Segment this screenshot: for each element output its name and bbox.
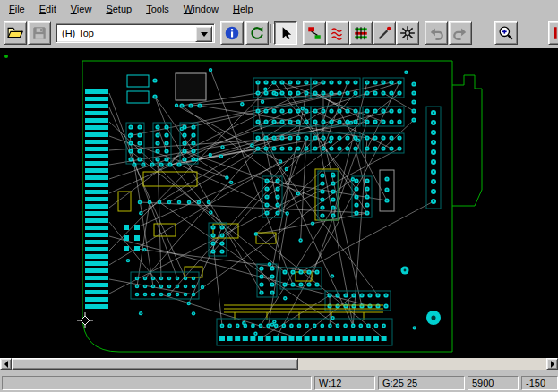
zoom-in-button[interactable] bbox=[494, 21, 518, 45]
chevron-down-icon bbox=[201, 32, 208, 37]
origin-star-button[interactable] bbox=[396, 21, 419, 45]
net-tool-button[interactable] bbox=[303, 21, 326, 45]
status-message-panel bbox=[2, 376, 312, 390]
menu-window[interactable]: Window bbox=[176, 2, 226, 17]
layer-select-dropdown-button[interactable] bbox=[195, 26, 212, 42]
probe-icon bbox=[376, 25, 392, 41]
starburst-icon bbox=[399, 25, 416, 41]
horizontal-scrollbar[interactable] bbox=[0, 358, 558, 370]
layer-select[interactable]: (H) Top bbox=[56, 23, 215, 43]
layer-select-value: (H) Top bbox=[62, 28, 94, 38]
pcb-editor-window: File Edit View Setup Tools Window Help (… bbox=[0, 0, 558, 392]
status-grid-panel: G:25 25 bbox=[378, 376, 465, 390]
ratsnest-button[interactable] bbox=[326, 21, 349, 45]
clipped-tool-icon bbox=[552, 25, 558, 41]
undo-arrow-icon bbox=[428, 25, 444, 41]
menu-setup[interactable]: Setup bbox=[99, 2, 139, 17]
zoom-partial-button[interactable] bbox=[548, 21, 558, 45]
scroll-left-arrow-icon bbox=[4, 361, 8, 368]
redraw-button[interactable] bbox=[245, 21, 269, 45]
pcb-canvas[interactable] bbox=[0, 48, 558, 358]
pointer-arrow-icon bbox=[278, 25, 294, 41]
info-button[interactable] bbox=[220, 21, 244, 45]
zoom-in-magnifier-icon bbox=[498, 25, 514, 41]
menu-file[interactable]: File bbox=[2, 2, 32, 17]
scroll-left-button[interactable] bbox=[0, 358, 12, 370]
ratsnest-waves-icon bbox=[330, 25, 346, 41]
scroll-right-button[interactable] bbox=[546, 358, 558, 370]
status-bar: W:12 G:25 25 5900 -150 bbox=[0, 374, 558, 392]
redo-button[interactable] bbox=[449, 21, 472, 45]
probe-button[interactable] bbox=[373, 21, 396, 45]
menu-edit[interactable]: Edit bbox=[32, 2, 64, 17]
menu-tools[interactable]: Tools bbox=[139, 2, 176, 17]
status-x-coordinate: 5900 bbox=[468, 376, 519, 390]
menu-help[interactable]: Help bbox=[226, 2, 261, 17]
net-tool-icon bbox=[306, 25, 322, 41]
open-folder-icon bbox=[7, 25, 23, 41]
layers-button[interactable] bbox=[349, 21, 373, 45]
save-floppy-icon bbox=[31, 25, 47, 41]
layers-icon bbox=[353, 25, 369, 41]
redo-arrow-icon bbox=[452, 25, 468, 41]
menu-view[interactable]: View bbox=[64, 2, 99, 17]
status-y-coordinate: -150 bbox=[521, 376, 558, 390]
select-pointer-button[interactable] bbox=[274, 21, 297, 45]
status-width-panel: W:12 bbox=[314, 376, 375, 390]
open-button[interactable] bbox=[4, 21, 27, 45]
pcb-layout-drawing bbox=[0, 48, 558, 358]
undo-button[interactable] bbox=[425, 21, 448, 45]
scrollbar-thumb[interactable] bbox=[12, 358, 298, 370]
scroll-right-arrow-icon bbox=[551, 361, 554, 368]
redraw-refresh-icon bbox=[249, 25, 265, 41]
save-button[interactable] bbox=[28, 21, 51, 45]
menu-bar: File Edit View Setup Tools Window Help bbox=[0, 0, 558, 18]
toolbar: (H) Top bbox=[0, 18, 558, 48]
info-icon bbox=[224, 25, 240, 41]
